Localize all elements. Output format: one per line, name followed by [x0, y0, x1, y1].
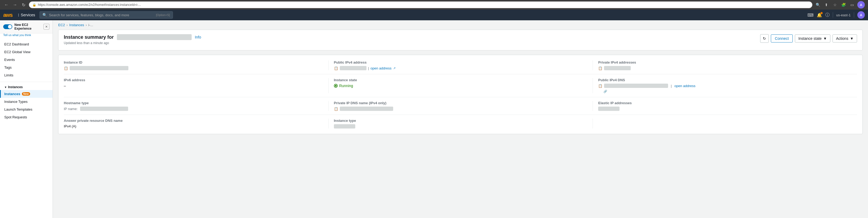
public-dns-blurred: [604, 84, 668, 88]
private-ipv4-blurred: [604, 66, 631, 70]
sidebar-item-events[interactable]: Events: [0, 56, 53, 63]
public-ipv4-open-address[interactable]: open address: [370, 66, 392, 70]
actions-button[interactable]: Actions ▼: [833, 34, 857, 43]
forward-button[interactable]: →: [12, 2, 18, 8]
grid-icon: ⁝: [18, 12, 19, 18]
notification-dot: [820, 12, 823, 14]
help-icon[interactable]: ⓘ: [825, 12, 830, 18]
ipv6-label: IPv6 address: [64, 78, 323, 82]
group-label: Instances: [8, 85, 23, 89]
search-icon[interactable]: 🔍: [815, 2, 821, 8]
copy-icon[interactable]: 📋: [598, 66, 602, 70]
services-button[interactable]: ⁝ Services: [16, 11, 37, 19]
aws-top-nav: aws ⁝ Services 🔍 Search for services, fe…: [0, 9, 868, 20]
elastic-ip-value: [598, 107, 852, 111]
sidebar-subtitle[interactable]: Tell us what you think: [0, 33, 53, 39]
sidebar-item-tags[interactable]: Tags: [0, 63, 53, 71]
sidebar-item-launch-templates[interactable]: Launch Templates: [0, 106, 53, 113]
copy-icon[interactable]: 📋: [334, 66, 338, 70]
info-link[interactable]: Info: [195, 35, 201, 39]
search-shortcut: [Option+S]: [156, 13, 170, 17]
detail-cell-private-ipv4: Private IPv4 addresses 📋: [593, 60, 857, 70]
refresh-button[interactable]: ↻: [760, 34, 769, 43]
instance-state-button[interactable]: Instance state ▼: [795, 34, 830, 43]
toggle-close-button[interactable]: ✕: [43, 24, 50, 30]
region-selector[interactable]: us-east-1: [836, 13, 851, 17]
ipv6-value: –: [64, 84, 323, 88]
search-icon: 🔍: [42, 13, 47, 17]
notifications-icon[interactable]: 🔔: [817, 12, 822, 18]
public-ipv4-blurred: [340, 66, 367, 70]
instances-new-badge: New: [22, 92, 30, 96]
detail-cell-hostname: Hostname type IP name:: [64, 101, 328, 111]
user-avatar[interactable]: A: [857, 11, 865, 19]
breadcrumb: EC2 › Instances › i-...: [53, 20, 868, 30]
copy-icon[interactable]: 📋: [334, 107, 338, 111]
instance-title-row: Instance summary for Info: [64, 34, 201, 40]
aws-logo[interactable]: aws: [3, 12, 12, 18]
details-row-3: Hostname type IP name: Private IP DNS na…: [64, 97, 857, 115]
public-ipv4-value: 📋 | open address ↗: [334, 66, 587, 70]
detail-cell-empty: [593, 119, 857, 129]
instance-state-label: Instance state: [798, 36, 822, 40]
detail-cell-ipv6: IPv6 address –: [64, 78, 328, 93]
sidebar-item-label: EC2 Global View: [4, 50, 30, 54]
elastic-ip-blurred: [598, 107, 620, 111]
ipv6-dash: –: [64, 84, 66, 88]
toggle-label: New EC2 Experience: [14, 23, 41, 30]
detail-cell-instance-state: Instance state Running: [328, 78, 593, 93]
hostname-value: IP name:: [64, 107, 323, 111]
instance-state-value: Running: [334, 84, 587, 88]
detail-cell-elastic-ip: Elastic IP addresses: [593, 101, 857, 111]
sidebar-item-label: Tags: [4, 65, 11, 70]
breadcrumb-ec2[interactable]: EC2: [58, 23, 65, 27]
instance-title-section: Instance summary for Info Updated less t…: [64, 34, 201, 45]
share-icon[interactable]: ⬆: [823, 2, 830, 8]
connect-button[interactable]: Connect: [771, 34, 793, 43]
sidebar-main-section: EC2 Dashboard EC2 Global View Events Tag…: [0, 39, 53, 81]
sidebar-item-label: Events: [4, 58, 15, 62]
sidebar-item-ec2-dashboard[interactable]: EC2 Dashboard: [0, 40, 53, 48]
external-link-icon[interactable]: ↗: [393, 66, 396, 70]
hostname-prefix: IP name:: [64, 107, 79, 111]
main-layout: New EC2 Experience ✕ Tell us what you th…: [0, 20, 868, 218]
sidebar-item-limits[interactable]: Limits: [0, 71, 53, 79]
aws-search-bar[interactable]: 🔍 Search for services, features, blogs, …: [39, 11, 173, 19]
detail-cell-public-dns: Public IPv4 DNS 📋 | open address 🔗: [593, 78, 857, 93]
hostname-label: Hostname type: [64, 101, 323, 105]
address-text: https://console.aws.amazon.com/ec2/v2/ho…: [38, 3, 809, 7]
sidebar-item-instances[interactable]: Instances New: [0, 90, 53, 98]
sidebar-item-ec2-global-view[interactable]: EC2 Global View: [0, 48, 53, 56]
nav-separator: [833, 12, 833, 18]
sidebar-item-spot-requests[interactable]: Spot Requests: [0, 113, 53, 121]
breadcrumb-instances[interactable]: Instances: [69, 23, 84, 27]
instance-type-label: Instance type: [334, 119, 587, 122]
back-button[interactable]: ←: [3, 2, 10, 8]
sidebar-item-instance-types[interactable]: Instance Types: [0, 98, 53, 106]
window-icon[interactable]: ▭: [849, 2, 855, 8]
cloudshell-icon[interactable]: ⌨: [807, 12, 813, 18]
detail-cell-instance-id: Instance ID 📋: [64, 60, 328, 70]
toggle-knob: [8, 25, 12, 29]
status-dot-inner: [335, 85, 337, 86]
copy-icon[interactable]: 📋: [598, 84, 602, 88]
public-dns-open-address[interactable]: open address: [675, 84, 695, 88]
sidebar-group-instances[interactable]: ▼ Instances: [0, 83, 53, 90]
instance-type-blurred: [334, 124, 355, 129]
profile-avatar[interactable]: A: [857, 1, 865, 8]
reload-button[interactable]: ↻: [20, 2, 27, 8]
details-row-1: Instance ID 📋 Public IPv4 address 📋 | op…: [64, 60, 857, 74]
sidebar-item-label: Limits: [4, 73, 13, 77]
sidebar-toggle: New EC2 Experience ✕: [0, 20, 53, 33]
bookmark-icon[interactable]: ☆: [832, 2, 838, 8]
answer-dns-value: IPv4 (A): [64, 124, 323, 128]
copy-icon[interactable]: 📋: [64, 66, 68, 70]
instance-actions: ↻ Connect Instance state ▼ Actions ▼: [760, 34, 857, 43]
ec2-experience-toggle[interactable]: [3, 24, 12, 29]
sidebar-item-label: EC2 Dashboard: [4, 42, 29, 46]
external-link-icon-2[interactable]: 🔗: [603, 90, 607, 93]
browser-chrome: ← → ↻ 🔒 https://console.aws.amazon.com/e…: [0, 0, 868, 9]
address-bar[interactable]: 🔒 https://console.aws.amazon.com/ec2/v2/…: [29, 1, 812, 8]
extension-icon[interactable]: 🧩: [840, 2, 847, 8]
browser-toolbar: 🔍 ⬆ ☆ 🧩 ▭ A: [815, 1, 865, 8]
